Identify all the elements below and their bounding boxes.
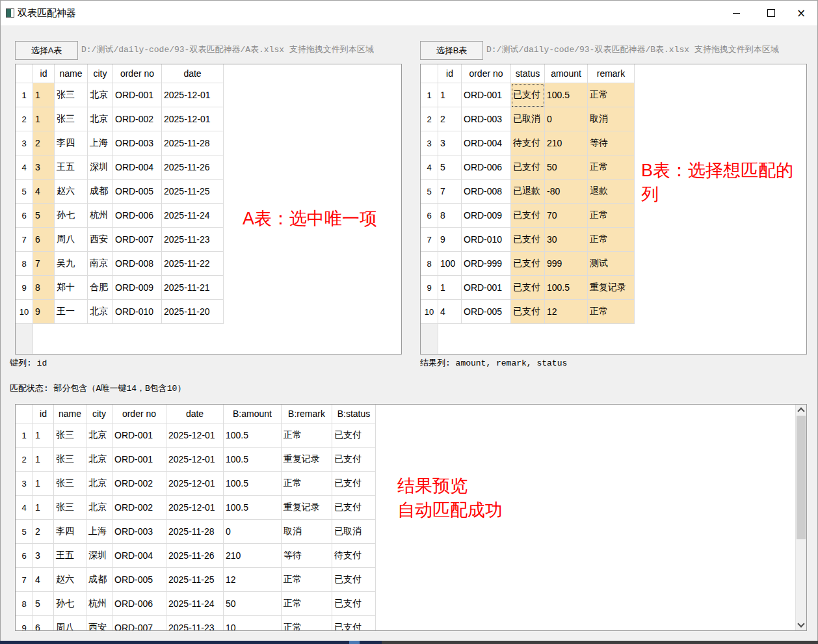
cell[interactable]: 5 <box>33 592 54 616</box>
cell[interactable]: 北京 <box>88 107 113 131</box>
row-number[interactable]: 6 <box>16 544 33 568</box>
cell[interactable]: 2025-12-01 <box>166 472 224 496</box>
row-number[interactable]: 4 <box>16 496 33 520</box>
cell[interactable]: 杭州 <box>88 204 113 228</box>
cell[interactable]: 周八 <box>55 228 88 252</box>
cell[interactable]: 100.5 <box>545 276 588 300</box>
row-number[interactable]: 4 <box>16 155 33 180</box>
row-number[interactable]: 8 <box>421 252 438 276</box>
cell[interactable]: 吴九 <box>55 252 88 276</box>
cell[interactable]: 重复记录 <box>282 448 332 472</box>
cell[interactable]: 等待 <box>588 131 635 155</box>
cell[interactable]: ORD-007 <box>112 616 166 631</box>
cell[interactable]: 正常 <box>282 592 332 616</box>
row-number[interactable]: 1 <box>421 83 438 107</box>
cell[interactable]: 2025-11-26 <box>166 544 224 568</box>
scroll-down-button[interactable] <box>796 619 806 630</box>
cell[interactable]: 2025-12-01 <box>162 83 224 107</box>
header-corner[interactable] <box>16 64 33 83</box>
cell[interactable]: 已支付 <box>332 616 376 631</box>
cell[interactable]: 郑十 <box>55 276 88 300</box>
cell[interactable]: 2025-11-28 <box>162 131 224 155</box>
cell[interactable]: ORD-005 <box>112 568 166 592</box>
cell[interactable]: 深圳 <box>86 544 112 568</box>
cell[interactable]: 2025-11-26 <box>162 155 224 180</box>
row-number[interactable]: 10 <box>421 300 438 324</box>
cell[interactable]: 2025-11-23 <box>166 616 224 631</box>
cell[interactable]: 王一 <box>55 300 88 324</box>
cell[interactable]: 6 <box>33 616 54 631</box>
cell[interactable]: 测试 <box>588 252 635 276</box>
cell[interactable]: 1 <box>438 276 462 300</box>
cell[interactable]: 2025-12-01 <box>162 107 224 131</box>
cell[interactable]: 退款 <box>588 180 635 204</box>
cell[interactable]: 孙七 <box>54 592 86 616</box>
cell[interactable]: 正常 <box>588 155 635 180</box>
column-header[interactable]: order no <box>462 64 511 83</box>
cell[interactable]: 北京 <box>88 300 113 324</box>
cell[interactable]: 北京 <box>86 472 112 496</box>
cell[interactable]: 张三 <box>55 107 88 131</box>
scrollbar-thumb[interactable] <box>797 416 806 539</box>
cell[interactable]: ORD-006 <box>113 204 162 228</box>
cell[interactable]: 待支付 <box>511 131 545 155</box>
cell[interactable]: ORD-010 <box>113 300 162 324</box>
cell[interactable]: ORD-005 <box>462 300 511 324</box>
cell[interactable]: 正常 <box>282 568 332 592</box>
cell[interactable]: ORD-004 <box>113 155 162 180</box>
column-header[interactable]: name <box>54 405 86 423</box>
cell[interactable]: 2025-12-01 <box>166 496 224 520</box>
cell[interactable]: ORD-004 <box>112 544 166 568</box>
cell[interactable]: ORD-003 <box>113 131 162 155</box>
cell[interactable]: 3 <box>438 131 462 155</box>
cell[interactable]: 已支付 <box>511 276 545 300</box>
cell[interactable]: 已退款 <box>511 180 545 204</box>
row-number[interactable]: 9 <box>16 616 33 631</box>
cell[interactable]: 取消 <box>282 520 332 544</box>
cell[interactable]: 深圳 <box>88 155 113 180</box>
cell[interactable]: 李四 <box>54 520 86 544</box>
cell[interactable]: 张三 <box>54 423 86 448</box>
cell[interactable]: 1 <box>33 496 54 520</box>
cell[interactable]: 4 <box>438 300 462 324</box>
column-header[interactable]: status <box>511 64 545 83</box>
cell[interactable]: ORD-999 <box>462 252 511 276</box>
cell[interactable]: 12 <box>545 300 588 324</box>
cell[interactable]: 西安 <box>88 228 113 252</box>
cell[interactable]: 北京 <box>86 448 112 472</box>
column-header[interactable]: id <box>33 405 54 423</box>
cell[interactable]: 10 <box>224 616 282 631</box>
cell[interactable]: 成都 <box>86 568 112 592</box>
cell[interactable]: 已支付 <box>332 423 376 448</box>
column-header[interactable]: city <box>86 405 112 423</box>
cell[interactable]: 李四 <box>55 131 88 155</box>
cell[interactable]: 7 <box>438 180 462 204</box>
cell[interactable]: 8 <box>438 204 462 228</box>
minimize-button[interactable] <box>721 1 751 25</box>
row-number[interactable]: 9 <box>16 276 33 300</box>
cell[interactable]: 北京 <box>86 496 112 520</box>
cell[interactable]: 50 <box>224 592 282 616</box>
cell[interactable]: 合肥 <box>88 276 113 300</box>
cell[interactable]: 2 <box>33 131 55 155</box>
cell[interactable]: 2025-11-20 <box>162 300 224 324</box>
cell[interactable]: 赵六 <box>54 568 86 592</box>
cell[interactable]: ORD-010 <box>462 228 511 252</box>
cell[interactable]: 孙七 <box>55 204 88 228</box>
cell[interactable]: ORD-003 <box>462 107 511 131</box>
cell[interactable]: ORD-001 <box>462 83 511 107</box>
cell[interactable]: 已取消 <box>332 520 376 544</box>
cell[interactable]: 正常 <box>588 83 635 107</box>
cell[interactable]: 周八 <box>54 616 86 631</box>
cell[interactable]: ORD-007 <box>113 228 162 252</box>
cell[interactable]: 王五 <box>54 544 86 568</box>
cell[interactable]: ORD-009 <box>113 276 162 300</box>
cell[interactable]: 8 <box>33 276 55 300</box>
row-number[interactable]: 8 <box>16 252 33 276</box>
cell[interactable]: 2025-12-01 <box>166 448 224 472</box>
cell[interactable]: 1 <box>33 107 55 131</box>
cell[interactable]: 1 <box>33 448 54 472</box>
cell[interactable]: -80 <box>545 180 588 204</box>
column-header[interactable]: order no <box>113 64 162 83</box>
cell[interactable]: 100.5 <box>224 423 282 448</box>
